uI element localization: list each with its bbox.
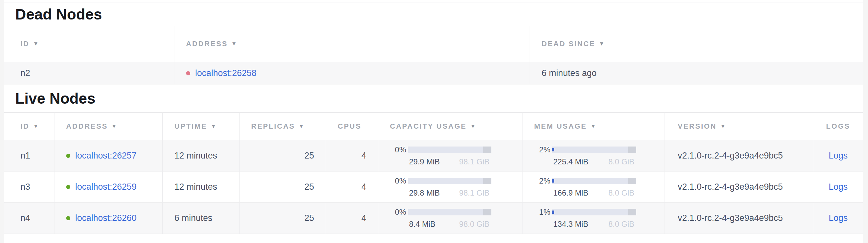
sort-desc-icon[interactable]: ▼ xyxy=(720,123,726,130)
node-id: n1 xyxy=(4,140,54,171)
mem-bar xyxy=(552,146,636,153)
node-capacity-usage: 0% 29.8 MiB 98.1 GiB xyxy=(378,171,522,202)
node-version: v2.1.0-rc.2-4-g3e9a4e9bc5 xyxy=(664,203,813,234)
mem-bar-end-block xyxy=(628,146,636,153)
node-address-link[interactable]: localhost:26257 xyxy=(75,151,136,161)
node-address-link[interactable]: localhost:26259 xyxy=(75,182,136,192)
sort-desc-icon[interactable]: ▼ xyxy=(599,40,604,47)
dead-status-dot-icon xyxy=(186,71,190,75)
live-node-row-n4: n4 localhost:26260 6 minutes 25 4 0% 8.4… xyxy=(4,203,863,234)
node-id: n3 xyxy=(4,171,54,202)
dead-nodes-table-header: ID ▼ ADDRESS ▼ DEAD SINCE ▼ xyxy=(4,26,863,62)
sort-desc-icon[interactable]: ▼ xyxy=(299,123,304,130)
capacity-bar-end-block xyxy=(483,146,491,153)
mem-total-label: 8.0 GiB xyxy=(609,220,634,229)
node-logs-cell: Logs xyxy=(813,140,863,171)
live-header-mem-usage[interactable]: MEM USAGE ▼ xyxy=(522,113,664,140)
node-mem-usage: 2% 225.4 MiB 8.0 GiB xyxy=(522,140,664,171)
capacity-used-label: 29.9 MiB xyxy=(409,157,440,166)
mem-percent: 2% xyxy=(530,145,550,154)
mem-percent: 2% xyxy=(530,177,550,186)
node-address-cell: localhost:26260 xyxy=(54,203,162,234)
live-header-version[interactable]: VERSION ▼ xyxy=(664,113,813,140)
node-address-cell: localhost:26257 xyxy=(54,140,162,171)
node-replicas: 25 xyxy=(239,171,326,202)
live-status-dot-icon xyxy=(66,185,70,189)
logs-link[interactable]: Logs xyxy=(829,151,848,161)
node-logs-cell: Logs xyxy=(813,171,863,202)
sort-desc-icon[interactable]: ▼ xyxy=(33,40,38,47)
mem-bar-end-block xyxy=(628,209,636,215)
mem-used-label: 134.3 MiB xyxy=(553,220,588,229)
sort-desc-icon[interactable]: ▼ xyxy=(231,40,237,47)
live-header-id[interactable]: ID ▼ xyxy=(4,113,54,140)
dead-header-dead-since[interactable]: DEAD SINCE ▼ xyxy=(530,26,863,62)
live-node-row-n3: n3 localhost:26259 12 minutes 25 4 0% 29… xyxy=(4,171,863,203)
dead-node-row-n2: n2 localhost:26258 6 minutes ago xyxy=(4,62,863,84)
bottom-spacer xyxy=(4,234,863,243)
mem-bar-used xyxy=(552,179,554,183)
capacity-total-label: 98.1 GiB xyxy=(459,157,489,166)
capacity-bar-end-block xyxy=(483,209,491,215)
node-cpus: 4 xyxy=(326,171,378,202)
capacity-percent: 0% xyxy=(386,145,406,154)
live-header-uptime[interactable]: UPTIME ▼ xyxy=(162,113,239,140)
node-version: v2.1.0-rc.2-4-g3e9a4e9bc5 xyxy=(664,140,813,171)
live-nodes-section-header: Live Nodes xyxy=(4,84,863,113)
capacity-used-label: 8.4 MiB xyxy=(409,220,435,229)
capacity-total-label: 98.1 GiB xyxy=(459,188,489,197)
dead-header-id[interactable]: ID ▼ xyxy=(4,26,174,62)
mem-bar-used xyxy=(552,148,554,152)
sort-desc-icon[interactable]: ▼ xyxy=(112,123,117,130)
capacity-percent: 0% xyxy=(386,208,406,217)
dead-node-dead-since: 6 minutes ago xyxy=(530,62,863,84)
capacity-bar xyxy=(408,178,491,184)
capacity-used-label: 29.8 MiB xyxy=(409,188,440,197)
live-nodes-table-header: ID ▼ ADDRESS ▼ UPTIME ▼ REPLICAS ▼ CPUS … xyxy=(4,113,863,140)
sort-desc-icon[interactable]: ▼ xyxy=(211,123,216,130)
node-version: v2.1.0-rc.2-4-g3e9a4e9bc5 xyxy=(664,171,813,202)
capacity-bar-end-block xyxy=(483,178,491,184)
live-nodes-title: Live Nodes xyxy=(15,90,95,107)
capacity-bar xyxy=(408,209,491,215)
logs-link[interactable]: Logs xyxy=(829,182,848,192)
sort-desc-icon[interactable]: ▼ xyxy=(591,123,596,130)
mem-total-label: 8.0 GiB xyxy=(609,157,634,166)
live-node-row-n1: n1 localhost:26257 12 minutes 25 4 0% 29… xyxy=(4,140,863,171)
mem-bar-end-block xyxy=(628,178,636,184)
node-uptime: 6 minutes xyxy=(162,203,239,234)
logs-link[interactable]: Logs xyxy=(829,213,848,223)
node-address-link[interactable]: localhost:26260 xyxy=(75,213,136,223)
node-uptime: 12 minutes xyxy=(162,171,239,202)
dead-nodes-title: Dead Nodes xyxy=(15,5,102,23)
dead-nodes-section-header: Dead Nodes xyxy=(4,3,863,26)
mem-bar-used xyxy=(552,211,554,214)
dead-header-address[interactable]: ADDRESS ▼ xyxy=(174,26,530,62)
node-logs-cell: Logs xyxy=(813,203,863,234)
top-divider xyxy=(4,0,863,3)
node-uptime: 12 minutes xyxy=(162,140,239,171)
mem-bar xyxy=(552,178,636,184)
node-replicas: 25 xyxy=(239,203,326,234)
mem-used-label: 225.4 MiB xyxy=(553,157,588,166)
live-header-replicas[interactable]: REPLICAS ▼ xyxy=(239,113,326,140)
sort-desc-icon[interactable]: ▼ xyxy=(470,123,476,130)
live-status-dot-icon xyxy=(66,154,70,158)
capacity-total-label: 98.0 GiB xyxy=(459,220,489,229)
live-header-capacity-usage[interactable]: CAPACITY USAGE ▼ xyxy=(378,113,522,140)
nodes-overview-page: Dead Nodes ID ▼ ADDRESS ▼ DEAD SINCE ▼ n… xyxy=(4,0,863,243)
node-mem-usage: 1% 134.3 MiB 8.0 GiB xyxy=(522,203,664,234)
node-replicas: 25 xyxy=(239,140,326,171)
capacity-percent: 0% xyxy=(386,177,406,186)
dead-node-id: n2 xyxy=(4,62,174,84)
mem-bar xyxy=(552,209,636,215)
live-header-cpus[interactable]: CPUS xyxy=(326,113,378,140)
live-status-dot-icon xyxy=(66,216,70,220)
sort-desc-icon[interactable]: ▼ xyxy=(33,123,38,130)
node-id: n4 xyxy=(4,203,54,234)
live-header-address[interactable]: ADDRESS ▼ xyxy=(54,113,162,140)
dead-node-address-cell: localhost:26258 xyxy=(174,62,530,84)
live-header-logs: LOGS xyxy=(813,113,863,140)
dead-node-address-link[interactable]: localhost:26258 xyxy=(195,68,256,78)
node-capacity-usage: 0% 29.9 MiB 98.1 GiB xyxy=(378,140,522,171)
